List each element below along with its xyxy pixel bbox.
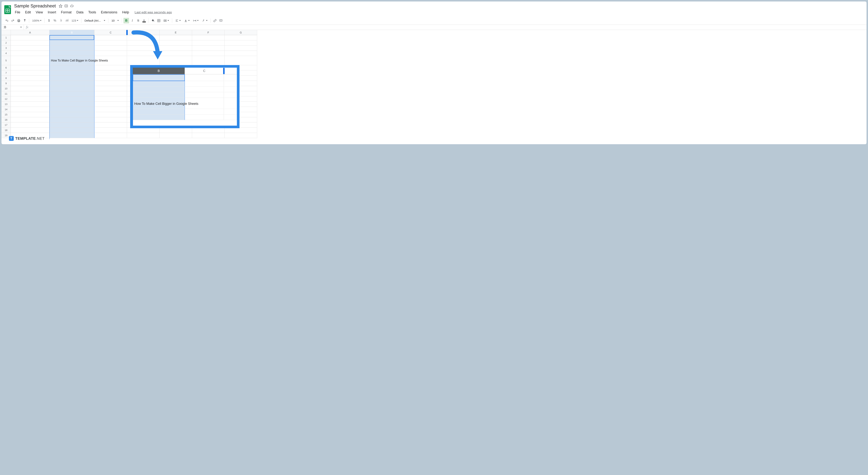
more-formats-button[interactable]: 123 xyxy=(70,18,80,23)
cell[interactable] xyxy=(94,40,127,45)
cell[interactable] xyxy=(11,123,50,128)
valign-button[interactable] xyxy=(183,18,191,23)
rotate-button[interactable] xyxy=(200,18,209,23)
cell[interactable] xyxy=(50,40,94,45)
cell[interactable] xyxy=(50,128,94,133)
row-header[interactable]: 15 xyxy=(1,112,11,117)
cell[interactable] xyxy=(192,51,225,56)
cell[interactable] xyxy=(11,112,50,117)
cell[interactable] xyxy=(94,51,127,56)
col-header-d[interactable]: D xyxy=(127,30,159,35)
cell[interactable] xyxy=(225,56,257,65)
row-header[interactable]: 16 xyxy=(1,117,11,123)
cell[interactable] xyxy=(127,40,159,45)
cell[interactable] xyxy=(94,76,127,81)
print-button[interactable] xyxy=(16,18,22,24)
cell[interactable] xyxy=(11,107,50,112)
cell[interactable] xyxy=(50,112,94,117)
col-header-f[interactable]: F xyxy=(192,30,225,35)
cell[interactable] xyxy=(192,45,225,51)
redo-button[interactable] xyxy=(10,18,16,24)
cell[interactable] xyxy=(159,40,192,45)
col-header-e[interactable]: E xyxy=(159,30,192,35)
cell[interactable] xyxy=(50,65,94,70)
cell[interactable] xyxy=(50,86,94,91)
move-icon[interactable] xyxy=(64,4,68,8)
cell[interactable] xyxy=(11,81,50,86)
cell[interactable] xyxy=(11,102,50,107)
cell[interactable] xyxy=(94,91,127,97)
cell[interactable] xyxy=(192,40,225,45)
row-header[interactable]: 10 xyxy=(1,86,11,91)
merge-button[interactable] xyxy=(162,18,170,23)
undo-button[interactable] xyxy=(4,18,10,24)
link-button[interactable] xyxy=(212,18,218,24)
cell[interactable] xyxy=(50,76,94,81)
menu-edit[interactable]: Edit xyxy=(23,10,33,15)
fill-color-button[interactable] xyxy=(150,18,156,24)
halign-button[interactable] xyxy=(174,18,182,23)
row-header[interactable]: 6 xyxy=(1,65,11,70)
cell[interactable] xyxy=(94,123,127,128)
cell[interactable] xyxy=(50,81,94,86)
sheets-logo-icon[interactable] xyxy=(4,5,11,14)
cell[interactable] xyxy=(50,102,94,107)
cell[interactable] xyxy=(50,123,94,128)
cell[interactable] xyxy=(94,117,127,123)
row-header[interactable]: 7 xyxy=(1,70,11,76)
wrap-button[interactable] xyxy=(191,18,200,23)
row-header[interactable]: 9 xyxy=(1,81,11,86)
increase-decimal-button[interactable]: .00→ xyxy=(64,18,69,24)
cell[interactable] xyxy=(11,97,50,102)
cell[interactable] xyxy=(159,45,192,51)
cell[interactable] xyxy=(11,86,50,91)
menu-view[interactable]: View xyxy=(34,10,45,15)
cell[interactable] xyxy=(192,35,225,40)
cell[interactable] xyxy=(127,45,159,51)
font-select[interactable]: Default (Ari... xyxy=(83,18,107,23)
cell[interactable] xyxy=(159,51,192,56)
cell[interactable] xyxy=(94,97,127,102)
italic-button[interactable]: I xyxy=(129,18,135,24)
currency-button[interactable]: $ xyxy=(46,18,52,24)
menu-help[interactable]: Help xyxy=(120,10,131,15)
col-header-b[interactable]: B xyxy=(50,30,94,35)
row-header[interactable]: 3 xyxy=(1,45,11,51)
cell[interactable] xyxy=(50,35,94,40)
menu-file[interactable]: File xyxy=(13,10,22,15)
cell[interactable] xyxy=(11,70,50,76)
cell[interactable] xyxy=(50,45,94,51)
star-icon[interactable] xyxy=(59,4,62,8)
row-header[interactable]: 14 xyxy=(1,107,11,112)
cell[interactable] xyxy=(11,128,50,133)
row-header[interactable]: 8 xyxy=(1,76,11,81)
cell[interactable] xyxy=(225,40,257,45)
cell[interactable] xyxy=(127,35,159,40)
row-header[interactable]: 12 xyxy=(1,97,11,102)
row-header[interactable]: 2 xyxy=(1,40,11,45)
cell[interactable] xyxy=(50,107,94,112)
cell[interactable] xyxy=(94,65,127,70)
cell[interactable] xyxy=(192,128,225,133)
cell[interactable] xyxy=(11,45,50,51)
cell[interactable] xyxy=(225,51,257,56)
cell[interactable] xyxy=(225,133,257,138)
name-box[interactable]: :B xyxy=(1,25,24,30)
text-color-button[interactable]: A xyxy=(141,18,147,24)
cell[interactable] xyxy=(192,133,225,138)
cell[interactable] xyxy=(159,35,192,40)
cell[interactable] xyxy=(159,128,192,133)
cloud-icon[interactable] xyxy=(70,4,74,8)
cell[interactable] xyxy=(50,97,94,102)
cell[interactable] xyxy=(50,91,94,97)
cell[interactable] xyxy=(11,40,50,45)
cell[interactable] xyxy=(127,128,159,133)
row-header[interactable]: 17 xyxy=(1,123,11,128)
col-header-c[interactable]: C xyxy=(94,30,127,35)
cell[interactable] xyxy=(94,107,127,112)
zoom-select[interactable]: 100% xyxy=(31,18,43,23)
doc-title[interactable]: Sample Spreadsheet xyxy=(13,3,57,9)
cell[interactable] xyxy=(11,35,50,40)
cell[interactable] xyxy=(94,45,127,51)
row-header[interactable]: 1 xyxy=(1,35,11,40)
